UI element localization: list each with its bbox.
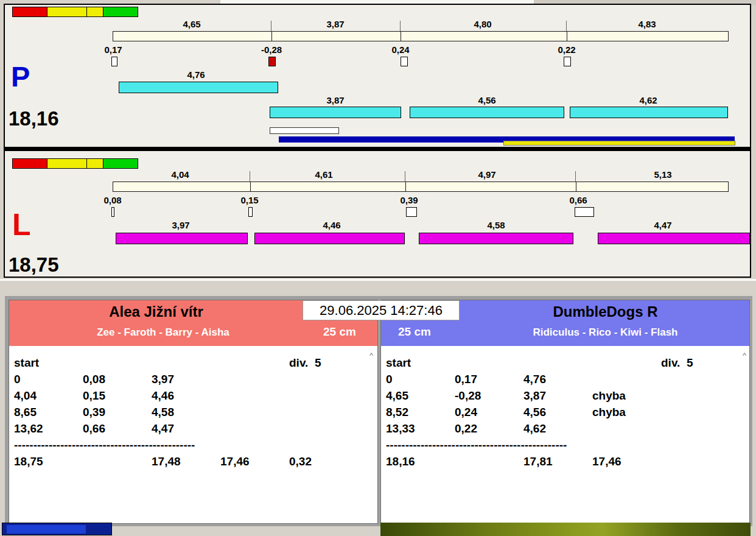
track-divider (576, 182, 576, 191)
lane-l-reaction-label: 0,66 (569, 195, 587, 205)
result-cell: 8,65 (14, 404, 83, 420)
right-team-panel: DumbleDogs R Ridiculus - Rico - Kiwi - F… (380, 300, 750, 524)
lane-p-reaction-label: 0,17 (104, 44, 122, 55)
lane-l-dogtime-label: 4,47 (654, 220, 671, 230)
result-cell (592, 371, 661, 387)
result-cell: 4,65 (386, 387, 455, 404)
lane-l-split-label: 5,13 (654, 169, 671, 180)
scroll-up-arrow[interactable]: ^ (743, 351, 746, 359)
left-team-panel: Alea Jižní vítr Zee - Faroth - Barry - A… (9, 300, 378, 524)
result-cell (289, 404, 358, 420)
taskbar-item[interactable] (2, 523, 112, 535)
lane-l-dog-bar (598, 233, 750, 244)
left-team-category: 25 cm (323, 325, 356, 339)
result-cell: 18,16 (386, 453, 455, 470)
result-cell (592, 420, 661, 437)
result-cell: 13,33 (386, 420, 455, 437)
split-label-divider (575, 171, 576, 182)
result-cell: 0,15 (83, 387, 152, 404)
lane-p-reaction-marker (401, 57, 408, 66)
lane-p-split-label: 3,87 (326, 19, 344, 29)
result-cell (661, 371, 730, 387)
result-total-row: 18,75 17,48 17,46 0,32 (14, 453, 377, 470)
lane-l-total-time: 18,75 (9, 255, 59, 275)
result-cell (220, 420, 289, 437)
lane-l-reaction-label: 0,08 (103, 195, 121, 205)
lane-p-dogtime-label: 4,56 (478, 95, 495, 105)
result-cell: div. 5 (661, 354, 730, 371)
result-cell: 0,08 (83, 371, 152, 387)
result-cell (289, 387, 358, 404)
lane-p-fault-marker (268, 57, 276, 66)
lane-p-reaction-marker (564, 57, 571, 66)
result-cell: 4,76 (523, 371, 592, 387)
result-cell (83, 354, 152, 371)
split-label-divider (566, 21, 567, 31)
result-cell (661, 404, 730, 420)
section-separator (0, 279, 756, 281)
lane-p-dogtime-label: 4,76 (187, 69, 205, 80)
track-divider (271, 31, 272, 41)
result-row: 8,52 0,24 4,56 chyba (386, 404, 749, 420)
result-header-row: start div. 5 (386, 354, 749, 371)
lane-l-reaction-marker (111, 207, 114, 217)
legend-green-block (103, 7, 138, 17)
split-label-divider (400, 21, 401, 31)
track-divider (405, 182, 406, 191)
lane-l-dogtime-label: 4,58 (487, 220, 505, 230)
lane-l-start-legend (12, 158, 138, 169)
result-cell (289, 420, 358, 437)
track-divider (250, 182, 251, 191)
left-team-results[interactable]: start div. 5 0 0,08 3,97 4,04 0,15 4,46 … (9, 346, 377, 523)
result-cell (661, 453, 730, 470)
split-label-divider (405, 171, 405, 182)
result-cell: 13,62 (14, 420, 83, 437)
right-team-results[interactable]: start div. 5 0 0,17 4,76 4,65 -0,28 3,87… (381, 346, 749, 523)
lane-l-split-track (113, 182, 729, 192)
lane-p-dog-bar (570, 107, 728, 118)
lane-l-dogtime-label: 3,97 (172, 220, 189, 230)
scroll-up-arrow[interactable]: ^ (369, 351, 373, 359)
result-cell (455, 354, 523, 371)
lane-p-letter: P (11, 62, 30, 91)
result-cell: start (386, 354, 455, 371)
result-header-row: start div. 5 (14, 354, 377, 371)
lane-l-reaction-marker (248, 207, 253, 217)
right-team-name: DumbleDogs R (460, 303, 751, 320)
result-cell (220, 404, 289, 420)
left-team-dogs: Zee - Faroth - Barry - Aisha (9, 326, 317, 339)
lane-p-reaction-label: 0,24 (391, 44, 409, 55)
result-cell: 4,46 (152, 387, 220, 404)
lane-divider (4, 147, 751, 151)
lane-l-dog-bar (116, 233, 248, 244)
lane-p-total-time: 18,16 (9, 108, 59, 129)
lane-l-split-label: 4,97 (478, 169, 495, 180)
lane-l-reaction-marker (406, 207, 417, 217)
result-separator: ----------------------------------------… (14, 437, 377, 453)
result-cell: 0,66 (83, 420, 152, 437)
result-row: 4,65 -0,28 3,87 chyba (386, 387, 749, 404)
legend-green-block (103, 158, 138, 169)
result-row: 0 0,08 3,97 (14, 371, 377, 387)
result-row: 4,04 0,15 4,46 (14, 387, 377, 404)
result-cell: 0,24 (455, 404, 523, 420)
result-row: 13,33 0,22 4,62 (386, 420, 749, 437)
result-cell: 4,56 (523, 404, 592, 420)
lane-l-dog-bar (254, 233, 405, 244)
result-row: 8,65 0,39 4,58 (14, 404, 377, 420)
lane-p-start-legend (12, 7, 138, 17)
result-row: 0 0,17 4,76 (386, 371, 749, 387)
lane-l-dogtime-label: 4,46 (323, 220, 340, 230)
result-cell (661, 387, 730, 404)
lane-p-reaction-label: 0,22 (558, 44, 575, 55)
result-total-row: 18,16 17,81 17,46 (386, 453, 749, 470)
legend-red-block (12, 158, 47, 169)
lane-p-reaction-marker (111, 57, 117, 66)
right-team-dogs: Ridiculus - Rico - Kiwi - Flash (460, 326, 751, 339)
legend-yellow-block (47, 158, 87, 169)
result-cell (220, 371, 289, 387)
lane-p-split-track (113, 31, 729, 41)
result-cell: 4,47 (152, 420, 220, 437)
track-divider (401, 31, 401, 41)
result-cell (220, 387, 289, 404)
